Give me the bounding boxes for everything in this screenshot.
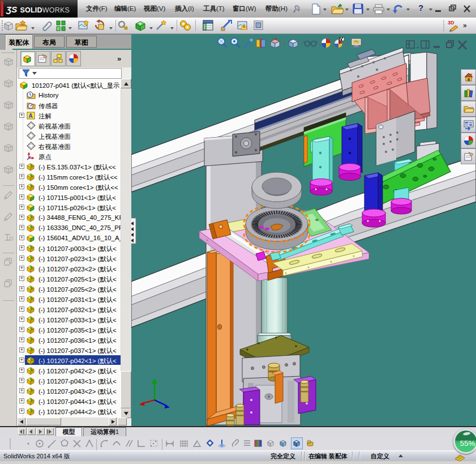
svg-text:T: T — [139, 22, 141, 27]
svg-text:A: A — [29, 113, 33, 119]
